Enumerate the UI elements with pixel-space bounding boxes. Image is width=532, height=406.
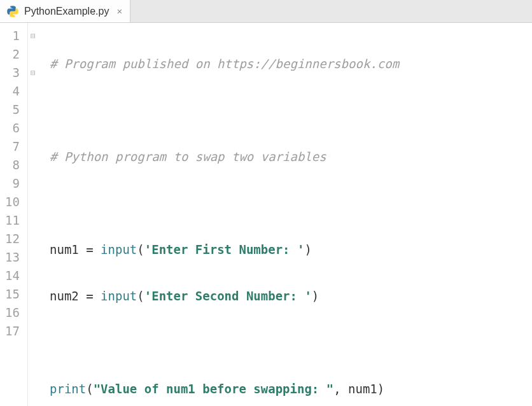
line-number-gutter: 1 2 3 4 5 6 7 8 9 10 11 12 13 14 15 16 1… [0, 23, 28, 406]
code-line: num2 = input('Enter Second Number: ') [50, 287, 532, 305]
tab-filename: PythonExample.py [24, 6, 109, 17]
code-line [50, 333, 532, 352]
line-number: 6 [5, 119, 20, 137]
line-number: 7 [5, 137, 20, 156]
line-number: 1 [5, 27, 20, 45]
fold-column: ⊟ ⊟ [28, 23, 38, 406]
line-number: 2 [5, 45, 20, 64]
fold-toggle-icon[interactable]: ⊟ [31, 32, 36, 40]
code-line: # Program published on https://beginners… [50, 55, 532, 73]
line-number: 12 [5, 230, 20, 248]
comment-text: # Program published on https://beginners… [50, 57, 399, 71]
close-icon[interactable]: × [116, 6, 122, 17]
line-number: 16 [5, 304, 20, 322]
code-line [50, 194, 532, 213]
line-number: 15 [5, 285, 20, 304]
line-number: 11 [5, 211, 20, 230]
line-number: 8 [5, 156, 20, 174]
code-line: # Python program to swap two variables [50, 148, 532, 166]
code-area[interactable]: # Program published on https://beginners… [38, 23, 532, 406]
code-editor[interactable]: 1 2 3 4 5 6 7 8 9 10 11 12 13 14 15 16 1… [0, 23, 532, 406]
python-file-icon [6, 5, 19, 18]
line-number: 14 [5, 267, 20, 285]
line-number: 10 [5, 193, 20, 211]
line-number: 5 [5, 101, 20, 119]
file-tab[interactable]: PythonExample.py × [0, 0, 130, 22]
fold-toggle-icon[interactable]: ⊟ [31, 69, 36, 77]
code-line: print("Value of num1 before swapping: ",… [50, 380, 532, 398]
line-number: 9 [5, 174, 20, 193]
code-line: num1 = input('Enter First Number: ') [50, 241, 532, 259]
tab-bar: PythonExample.py × [0, 0, 532, 23]
line-number: 13 [5, 248, 20, 267]
line-number: 17 [5, 322, 20, 340]
code-line [50, 101, 532, 120]
comment-text: # Python program to swap two variables [50, 150, 326, 164]
line-number: 4 [5, 82, 20, 101]
line-number: 3 [5, 64, 20, 82]
